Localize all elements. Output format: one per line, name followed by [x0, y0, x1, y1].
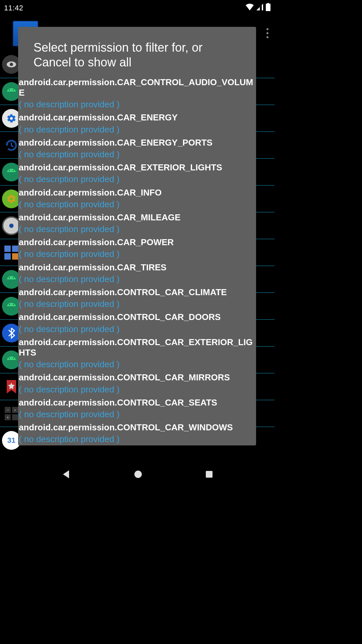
svg-point-11 — [9, 277, 10, 278]
permission-name: android.car.permission.CAR_ENERGY — [18, 111, 256, 123]
permission-item[interactable]: android.car.permission.CONTROL_CAR_MIRRO… — [18, 371, 256, 396]
svg-point-5 — [13, 170, 14, 171]
svg-text:=: = — [14, 408, 16, 413]
svg-point-15 — [9, 358, 10, 359]
permission-name: android.car.permission.CONTROL_CAR_WINDO… — [18, 421, 256, 433]
overflow-menu-button[interactable] — [266, 28, 268, 38]
permission-description: ( no description provided ) — [18, 298, 256, 311]
permission-name: android.car.permission.CAR_CONTROL_AUDIO… — [18, 76, 256, 98]
battery-icon — [266, 3, 270, 13]
svg-text:+: + — [6, 415, 9, 420]
permission-item[interactable]: android.car.permission.CAR_ENERGY( no de… — [18, 111, 256, 136]
permission-name: android.car.permission.CAR_POWER — [18, 236, 256, 248]
permission-filter-dialog: Select permission to filter for, or Canc… — [18, 27, 256, 445]
permission-item[interactable]: android.car.permission.CAR_POWER( no des… — [18, 236, 256, 261]
permission-item[interactable]: android.car.permission.CAR_MILEAGE( no d… — [18, 211, 256, 236]
permission-description: ( no description provided ) — [18, 173, 256, 186]
svg-rect-7 — [4, 246, 11, 252]
permission-item[interactable]: android.car.permission.CONTROL_CAR_SEATS… — [18, 396, 256, 421]
back-button[interactable] — [62, 470, 71, 480]
svg-point-13 — [9, 304, 10, 305]
svg-point-3 — [13, 89, 14, 90]
clock: 11:42 — [4, 4, 23, 12]
permission-name: android.car.permission.CAR_INFO — [18, 186, 256, 198]
permission-item[interactable]: android.car.permission.CAR_EXTERIOR_LIGH… — [18, 161, 256, 186]
permission-description: ( no description provided ) — [18, 323, 256, 336]
permission-description: ( no description provided ) — [18, 198, 256, 211]
permission-item[interactable]: android.car.permission.CONTROL_CAR_DOORS… — [18, 311, 256, 335]
svg-rect-20 — [12, 414, 18, 420]
permission-description: ( no description provided ) — [18, 433, 256, 445]
permission-item[interactable]: android.car.permission.CONTROL_CAR_WINDO… — [18, 421, 256, 445]
permission-name: android.car.permission.CAR_MILEAGE — [18, 211, 256, 223]
wifi-icon — [246, 4, 254, 12]
permission-name: android.car.permission.CONTROL_CAR_SEATS — [18, 396, 256, 408]
permission-description: ( no description provided ) — [18, 408, 256, 421]
gear-icon — [29, 3, 38, 13]
permission-item[interactable]: android.car.permission.CAR_TIRES( no des… — [18, 261, 256, 286]
dialog-title: Select permission to filter for, or Canc… — [18, 40, 256, 76]
permission-description: ( no description provided ) — [18, 98, 256, 111]
svg-point-4 — [9, 170, 10, 171]
permission-description: ( no description provided ) — [18, 148, 256, 161]
svg-point-24 — [134, 471, 142, 478]
svg-point-12 — [13, 277, 14, 278]
svg-rect-8 — [12, 246, 18, 252]
permission-name: android.car.permission.CAR_ENERGY_PORTS — [18, 136, 256, 148]
svg-point-1 — [10, 63, 13, 66]
permission-item[interactable]: android.car.permission.CAR_ENERGY_PORTS(… — [18, 136, 256, 161]
permission-item[interactable]: android.car.permission.CAR_INFO( no desc… — [18, 186, 256, 211]
permission-description: ( no description provided ) — [18, 123, 256, 136]
permission-name: android.car.permission.CONTROL_CAR_EXTER… — [18, 336, 256, 358]
status-bar: 11:42 — [0, 0, 275, 16]
permission-description: ( no description provided ) — [18, 223, 256, 236]
permission-list[interactable]: android.car.permission.CAR_CONTROL_AUDIO… — [18, 76, 256, 445]
permission-description: ( no description provided ) — [18, 383, 256, 396]
svg-point-14 — [13, 304, 14, 305]
navigation-bar — [0, 462, 275, 488]
svg-point-6 — [9, 223, 14, 228]
permission-name: android.car.permission.CONTROL_CAR_DOORS — [18, 311, 256, 322]
permission-description: ( no description provided ) — [18, 358, 256, 371]
home-button[interactable] — [134, 470, 142, 480]
permission-name: android.car.permission.CONTROL_CAR_MIRRO… — [18, 371, 256, 383]
recent-button[interactable] — [205, 470, 213, 480]
svg-point-2 — [9, 89, 10, 90]
cell-signal-icon — [256, 4, 263, 12]
permission-name: android.car.permission.CAR_EXTERIOR_LIGH… — [18, 161, 256, 173]
permission-item[interactable]: android.car.permission.CONTROL_CAR_CLIMA… — [18, 286, 256, 311]
permission-description: ( no description provided ) — [18, 273, 256, 286]
permission-description: ( no description provided ) — [18, 248, 256, 261]
svg-point-16 — [13, 358, 14, 359]
svg-rect-10 — [12, 253, 18, 260]
svg-text:−: − — [6, 407, 9, 413]
permission-name: android.car.permission.CAR_TIRES — [18, 261, 256, 273]
permission-item[interactable]: android.car.permission.CONTROL_CAR_EXTER… — [18, 336, 256, 371]
svg-rect-25 — [206, 471, 213, 478]
permission-item[interactable]: android.car.permission.CAR_CONTROL_AUDIO… — [18, 76, 256, 111]
permission-name: android.car.permission.CONTROL_CAR_CLIMA… — [18, 286, 256, 298]
svg-rect-9 — [4, 253, 11, 260]
